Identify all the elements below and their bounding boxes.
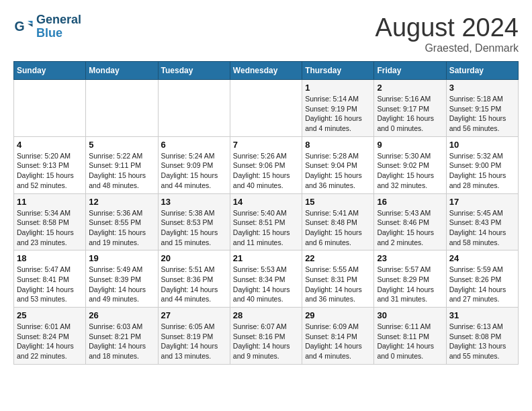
header-row: SundayMondayTuesdayWednesdayThursdayFrid… [14, 62, 519, 80]
calendar-cell [14, 80, 86, 137]
day-number: 31 [449, 310, 515, 320]
calendar-cell: 28Sunrise: 6:07 AMSunset: 8:16 PMDayligh… [230, 308, 302, 365]
day-info: Sunrise: 5:59 AMSunset: 8:26 PMDaylight:… [449, 265, 515, 304]
logo-line1: General [36, 13, 81, 27]
calendar-cell: 11Sunrise: 5:34 AMSunset: 8:58 PMDayligh… [14, 193, 86, 250]
calendar-cell: 9Sunrise: 5:30 AMSunset: 9:02 PMDaylight… [374, 136, 446, 193]
calendar-cell: 31Sunrise: 6:13 AMSunset: 8:08 PMDayligh… [446, 308, 518, 365]
calendar-cell: 6Sunrise: 5:24 AMSunset: 9:09 PMDaylight… [158, 136, 230, 193]
day-info: Sunrise: 5:22 AMSunset: 9:11 PMDaylight:… [89, 151, 154, 191]
logo-icon: G [13, 17, 34, 37]
day-info: Sunrise: 5:49 AMSunset: 8:39 PMDaylight:… [89, 265, 154, 304]
calendar-cell: 26Sunrise: 6:03 AMSunset: 8:21 PMDayligh… [86, 308, 158, 365]
header-day-monday: Monday [86, 62, 158, 80]
header-day-saturday: Saturday [446, 62, 518, 80]
calendar-cell: 29Sunrise: 6:09 AMSunset: 8:14 PMDayligh… [302, 308, 374, 365]
calendar-week-row: 1Sunrise: 5:14 AMSunset: 9:19 PMDaylight… [14, 80, 519, 137]
day-info: Sunrise: 5:34 AMSunset: 8:58 PMDaylight:… [17, 208, 83, 248]
calendar-cell: 15Sunrise: 5:41 AMSunset: 8:48 PMDayligh… [302, 193, 374, 250]
day-number: 13 [161, 197, 227, 207]
day-info: Sunrise: 5:53 AMSunset: 8:34 PMDaylight:… [233, 265, 299, 304]
day-info: Sunrise: 5:43 AMSunset: 8:46 PMDaylight:… [377, 208, 443, 248]
day-info: Sunrise: 6:13 AMSunset: 8:08 PMDaylight:… [449, 322, 515, 361]
day-info: Sunrise: 5:45 AMSunset: 8:43 PMDaylight:… [449, 208, 515, 248]
day-number: 2 [377, 83, 443, 93]
day-info: Sunrise: 5:36 AMSunset: 8:55 PMDaylight:… [89, 208, 154, 248]
calendar-cell: 4Sunrise: 5:20 AMSunset: 9:13 PMDaylight… [14, 136, 86, 193]
day-number: 19 [89, 253, 154, 263]
day-info: Sunrise: 5:57 AMSunset: 8:29 PMDaylight:… [377, 265, 443, 304]
calendar-cell: 19Sunrise: 5:49 AMSunset: 8:39 PMDayligh… [86, 250, 158, 308]
day-number: 22 [305, 253, 371, 263]
calendar-table: SundayMondayTuesdayWednesdayThursdayFrid… [13, 61, 519, 365]
day-info: Sunrise: 5:55 AMSunset: 8:31 PMDaylight:… [305, 265, 371, 304]
day-number: 29 [305, 310, 371, 320]
header-day-thursday: Thursday [302, 62, 374, 80]
calendar-cell: 3Sunrise: 5:18 AMSunset: 9:15 PMDaylight… [446, 80, 518, 137]
calendar-cell: 5Sunrise: 5:22 AMSunset: 9:11 PMDaylight… [86, 136, 158, 193]
day-number: 23 [377, 253, 443, 263]
calendar-cell: 8Sunrise: 5:28 AMSunset: 9:04 PMDaylight… [302, 136, 374, 193]
calendar-cell: 12Sunrise: 5:36 AMSunset: 8:55 PMDayligh… [86, 193, 158, 250]
calendar-cell: 25Sunrise: 6:01 AMSunset: 8:24 PMDayligh… [14, 308, 86, 365]
header-day-friday: Friday [374, 62, 446, 80]
calendar-body: 1Sunrise: 5:14 AMSunset: 9:19 PMDaylight… [14, 80, 519, 365]
calendar-cell: 17Sunrise: 5:45 AMSunset: 8:43 PMDayligh… [446, 193, 518, 250]
calendar-week-row: 4Sunrise: 5:20 AMSunset: 9:13 PMDaylight… [14, 136, 519, 193]
day-number: 14 [233, 197, 299, 207]
day-number: 28 [233, 310, 299, 320]
day-number: 26 [89, 310, 154, 320]
calendar-cell [158, 80, 230, 137]
day-info: Sunrise: 5:28 AMSunset: 9:04 PMDaylight:… [305, 151, 371, 191]
day-info: Sunrise: 5:41 AMSunset: 8:48 PMDaylight:… [305, 208, 371, 248]
calendar-cell: 21Sunrise: 5:53 AMSunset: 8:34 PMDayligh… [230, 250, 302, 308]
day-number: 9 [377, 140, 443, 150]
svg-text:G: G [15, 19, 25, 34]
calendar-header: SundayMondayTuesdayWednesdayThursdayFrid… [14, 62, 519, 80]
calendar-cell: 27Sunrise: 6:05 AMSunset: 8:19 PMDayligh… [158, 308, 230, 365]
day-number: 21 [233, 253, 299, 263]
svg-marker-2 [28, 24, 33, 27]
calendar-cell: 24Sunrise: 5:59 AMSunset: 8:26 PMDayligh… [446, 250, 518, 308]
calendar-cell: 14Sunrise: 5:40 AMSunset: 8:51 PMDayligh… [230, 193, 302, 250]
day-number: 27 [161, 310, 227, 320]
day-number: 7 [233, 140, 299, 150]
calendar-cell: 18Sunrise: 5:47 AMSunset: 8:41 PMDayligh… [14, 250, 86, 308]
day-info: Sunrise: 5:38 AMSunset: 8:53 PMDaylight:… [161, 208, 227, 248]
day-number: 11 [17, 197, 83, 207]
day-number: 15 [305, 197, 371, 207]
day-number: 17 [449, 197, 515, 207]
calendar-cell: 22Sunrise: 5:55 AMSunset: 8:31 PMDayligh… [302, 250, 374, 308]
day-number: 3 [449, 83, 515, 93]
day-number: 1 [305, 83, 371, 93]
calendar-cell: 23Sunrise: 5:57 AMSunset: 8:29 PMDayligh… [374, 250, 446, 308]
logo: G General Blue [13, 13, 81, 40]
day-number: 12 [89, 197, 154, 207]
header-day-sunday: Sunday [14, 62, 86, 80]
calendar-cell: 16Sunrise: 5:43 AMSunset: 8:46 PMDayligh… [374, 193, 446, 250]
calendar-subtitle: Graested, Denmark [375, 42, 519, 54]
day-info: Sunrise: 5:18 AMSunset: 9:15 PMDaylight:… [449, 94, 515, 134]
day-info: Sunrise: 6:11 AMSunset: 8:11 PMDaylight:… [377, 322, 443, 361]
day-number: 30 [377, 310, 443, 320]
day-info: Sunrise: 6:03 AMSunset: 8:21 PMDaylight:… [89, 322, 154, 361]
calendar-week-row: 18Sunrise: 5:47 AMSunset: 8:41 PMDayligh… [14, 250, 519, 308]
logo-line2: Blue [36, 27, 81, 40]
day-number: 20 [161, 253, 227, 263]
day-info: Sunrise: 5:16 AMSunset: 9:17 PMDaylight:… [377, 94, 443, 134]
day-number: 6 [161, 140, 227, 150]
day-info: Sunrise: 5:26 AMSunset: 9:06 PMDaylight:… [233, 151, 299, 191]
day-info: Sunrise: 5:51 AMSunset: 8:36 PMDaylight:… [161, 265, 227, 304]
header-day-tuesday: Tuesday [158, 62, 230, 80]
calendar-week-row: 25Sunrise: 6:01 AMSunset: 8:24 PMDayligh… [14, 308, 519, 365]
calendar-week-row: 11Sunrise: 5:34 AMSunset: 8:58 PMDayligh… [14, 193, 519, 250]
logo-text: General Blue [36, 13, 81, 40]
day-info: Sunrise: 6:09 AMSunset: 8:14 PMDaylight:… [305, 322, 371, 361]
calendar-cell: 7Sunrise: 5:26 AMSunset: 9:06 PMDaylight… [230, 136, 302, 193]
day-info: Sunrise: 6:01 AMSunset: 8:24 PMDaylight:… [17, 322, 83, 361]
day-info: Sunrise: 5:24 AMSunset: 9:09 PMDaylight:… [161, 151, 227, 191]
day-info: Sunrise: 5:47 AMSunset: 8:41 PMDaylight:… [17, 265, 83, 304]
day-info: Sunrise: 5:32 AMSunset: 9:00 PMDaylight:… [449, 151, 515, 191]
calendar-cell: 2Sunrise: 5:16 AMSunset: 9:17 PMDaylight… [374, 80, 446, 137]
svg-marker-1 [28, 21, 33, 24]
